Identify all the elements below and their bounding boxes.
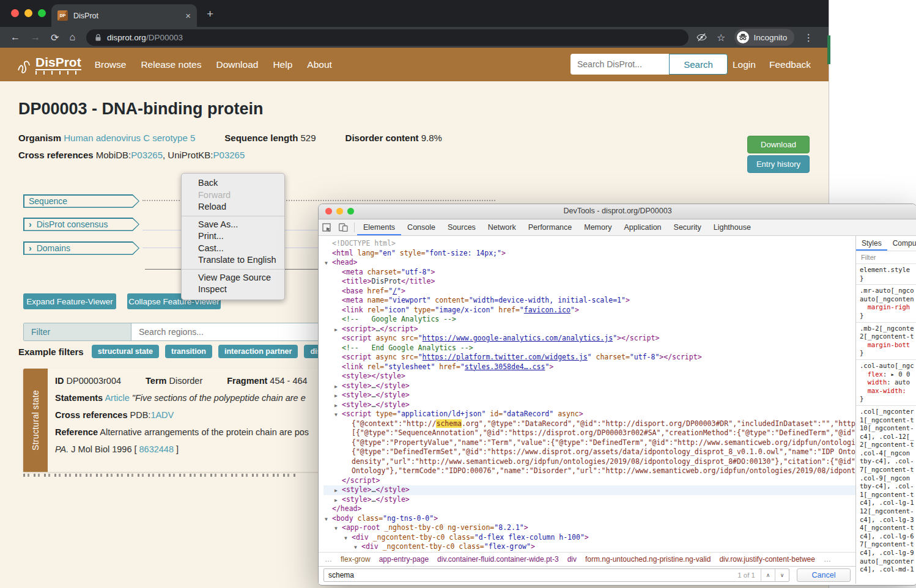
devtools-close-button[interactable] xyxy=(325,208,332,215)
uniprot-link[interactable]: P03265 xyxy=(213,150,245,160)
example-filter-pill-transition[interactable]: transition xyxy=(165,345,212,358)
menu-item-translate-to-english[interactable]: Translate to English xyxy=(182,254,284,266)
code-line[interactable]: <script async src="https://platform.twit… xyxy=(323,353,855,362)
breadcrumb-[interactable]: … xyxy=(325,555,332,564)
styles-tab-styles[interactable]: Styles xyxy=(856,237,887,251)
devtools-minimize-button[interactable] xyxy=(336,208,343,215)
expand-arrow-icon[interactable]: ▶ xyxy=(334,496,338,505)
menu-item-print[interactable]: Print... xyxy=(182,230,284,243)
back-icon[interactable]: ← xyxy=(10,32,20,43)
devtools-tab-lighthouse[interactable]: Lighthouse xyxy=(707,220,757,235)
track-sequence[interactable]: Sequence xyxy=(23,194,139,208)
code-line[interactable]: <!-- End Google Analytics --> xyxy=(323,344,855,353)
breadcrumb-form-ng-untouched-ng-pristine-ng-valid[interactable]: form.ng-untouched.ng-pristine.ng-valid xyxy=(585,555,711,564)
devtools-tab-console[interactable]: Console xyxy=(401,220,441,235)
login-link[interactable]: Login xyxy=(733,59,756,70)
code-line[interactable]: ▶<style>…</style> xyxy=(323,495,855,505)
collapse-arrow-icon[interactable]: ▼ xyxy=(334,524,338,534)
code-line[interactable]: <!-- Google Analytics --> xyxy=(323,315,855,325)
nav-about[interactable]: About xyxy=(307,59,332,70)
previous-match-icon[interactable]: ∧ xyxy=(761,569,775,581)
devtools-tab-application[interactable]: Application xyxy=(618,220,667,235)
breadcrumb-div-container-fluid-container-wide-pt-3[interactable]: div.container-fluid.container-wide.pt-3 xyxy=(437,555,559,564)
code-line[interactable]: {"@type":"PropertyValue","name":"Term","… xyxy=(323,438,855,448)
chevron-right-icon[interactable]: › xyxy=(29,241,32,255)
code-line[interactable]: {"@type":"DefinedTermSet","@id":"https:/… xyxy=(323,447,855,457)
bookmark-star-icon[interactable]: ☆ xyxy=(717,32,725,43)
collapse-arrow-icon[interactable]: ▼ xyxy=(334,410,338,420)
new-tab-icon[interactable]: + xyxy=(207,7,213,21)
hidden-eye-icon[interactable] xyxy=(696,32,707,43)
collapse-arrow-icon[interactable]: ▼ xyxy=(325,259,328,268)
menu-item-cast[interactable]: Cast... xyxy=(182,243,284,255)
code-line[interactable]: <meta charset="utf-8"> xyxy=(323,268,855,277)
expand-arrow-icon[interactable]: ▶ xyxy=(334,382,338,392)
devtools-tab-elements[interactable]: Elements xyxy=(357,220,401,235)
close-tab-icon[interactable]: × xyxy=(185,11,191,20)
code-line[interactable]: <style></style> xyxy=(323,372,855,381)
zoom-window-button[interactable] xyxy=(38,9,46,17)
mobidb-link[interactable]: P03265 xyxy=(131,150,163,160)
pmid-link[interactable]: 8632448 xyxy=(139,444,174,454)
reload-icon[interactable]: ⟳ xyxy=(51,32,59,43)
example-filter-pill-interaction-partner[interactable]: interaction partner xyxy=(218,345,298,358)
code-line[interactable]: ▶<style>…</style> xyxy=(323,391,855,400)
expand-arrow-icon[interactable]: ▶ xyxy=(334,391,338,401)
feedback-link[interactable]: Feedback xyxy=(769,59,811,70)
article-link[interactable]: Article xyxy=(105,393,129,403)
breadcrumb-[interactable]: … xyxy=(824,555,831,564)
code-line[interactable]: ▼<div _ngcontent-tby-c0 class="d-flex fl… xyxy=(323,533,855,543)
track-disprot-consensus[interactable]: ›DisProt consensus xyxy=(23,218,139,231)
devtools-search-box[interactable]: schema 1 of 1 ∧ ∨ xyxy=(323,568,789,582)
code-line[interactable]: <link rel="stylesheet" href="styles.3058… xyxy=(323,362,855,372)
filter-dropdown[interactable]: Filter xyxy=(24,323,131,340)
code-line[interactable]: ▶<style>…</style> xyxy=(323,381,855,391)
code-line[interactable]: [{"@type":"SequenceAnnotation","@id":"ht… xyxy=(323,428,855,438)
code-line[interactable]: <!DOCTYPE html> xyxy=(323,239,855,249)
device-toolbar-icon[interactable] xyxy=(339,223,348,232)
entry-history-button[interactable]: Entry history xyxy=(747,155,810,173)
code-line[interactable]: <link rel="icon" type="image/x-icon" hre… xyxy=(323,306,855,315)
breadcrumb-div-row-justify-content-betwee[interactable]: div.row.justify-content-betwee xyxy=(719,555,815,564)
inspect-element-icon[interactable] xyxy=(322,223,331,232)
menu-item-inspect[interactable]: Inspect xyxy=(182,284,284,296)
code-line[interactable]: ▼<app-root _nghost-tby-c0 ng-version="8.… xyxy=(323,523,855,533)
url-bar[interactable]: disprot.org/DP00003 xyxy=(86,29,689,46)
devtools-tab-network[interactable]: Network xyxy=(482,220,522,235)
breadcrumb-flex-grow[interactable]: flex-grow xyxy=(341,555,371,564)
organism-link[interactable]: Human adenovirus C serotype 5 xyxy=(64,133,195,143)
code-line[interactable]: <title>DisProt</title> xyxy=(323,277,855,287)
nav-help[interactable]: Help xyxy=(273,59,292,70)
browser-tab[interactable]: DP DisProt × xyxy=(51,4,197,27)
code-line[interactable]: </script> xyxy=(323,476,855,486)
code-line[interactable]: <base href="/"> xyxy=(323,287,855,296)
menu-item-save-as[interactable]: Save As... xyxy=(182,219,284,231)
nav-download[interactable]: Download xyxy=(216,59,258,70)
collapse-arrow-icon[interactable]: ▼ xyxy=(325,515,328,524)
site-search-input[interactable] xyxy=(571,54,669,75)
minimize-window-button[interactable] xyxy=(24,9,32,17)
nav-release-notes[interactable]: Release notes xyxy=(141,59,201,70)
breadcrumb-div[interactable]: div xyxy=(567,555,577,564)
breadcrumb-app-entry-page[interactable]: app-entry-page xyxy=(379,555,429,564)
expand-arrow-icon[interactable]: ▶ xyxy=(334,486,338,496)
devtools-tab-sources[interactable]: Sources xyxy=(441,220,482,235)
expand-arrow-icon[interactable]: ▶ xyxy=(334,401,338,411)
menu-item-back[interactable]: Back xyxy=(182,177,284,189)
code-line[interactable]: <script async src="https://www.google-an… xyxy=(323,334,855,344)
next-match-icon[interactable]: ∨ xyxy=(775,569,789,581)
styles-tab-computed[interactable]: Computed xyxy=(887,237,916,251)
code-line[interactable]: ▼<head> xyxy=(323,258,855,268)
forward-icon[interactable]: → xyxy=(31,32,40,43)
site-search-button[interactable]: Search xyxy=(669,54,728,75)
code-line[interactable]: ▶<script>…</script> xyxy=(323,325,855,334)
code-line[interactable]: ▶<style>…</style> xyxy=(323,400,855,410)
example-filter-pill-structural-state[interactable]: structural state xyxy=(92,345,159,358)
devtools-tab-memory[interactable]: Memory xyxy=(578,220,618,235)
code-line[interactable]: {"@context":"http://schema.org","@type":… xyxy=(323,419,855,429)
collapse-arrow-icon[interactable]: ▼ xyxy=(354,543,357,552)
devtools-search-query[interactable]: schema xyxy=(324,571,732,579)
close-window-button[interactable] xyxy=(11,9,19,17)
track-domains[interactable]: ›Domains xyxy=(23,241,139,255)
expand-arrow-icon[interactable]: ▶ xyxy=(334,325,338,335)
